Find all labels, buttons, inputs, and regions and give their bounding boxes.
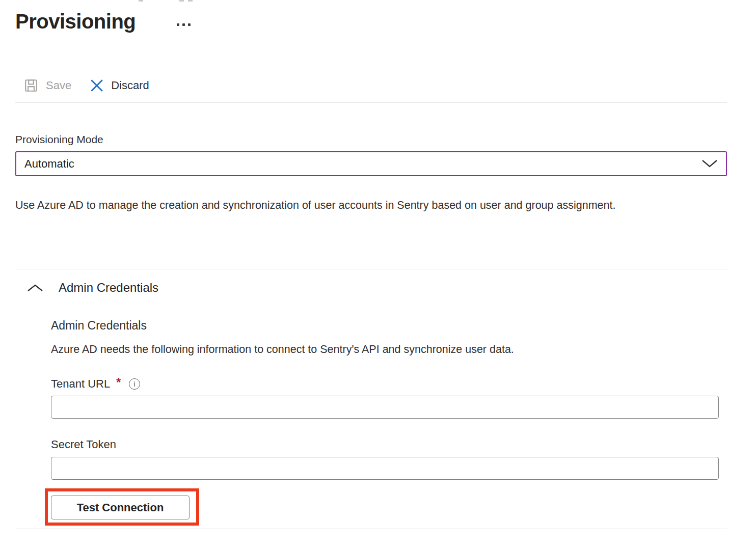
admin-credentials-description: Azure AD needs the following information… — [51, 343, 514, 356]
section-label: Admin Credentials — [59, 281, 158, 295]
discard-label: Discard — [111, 79, 149, 92]
clipped-text-artifact — [188, 0, 193, 2]
page-title: Provisioning — [15, 10, 136, 33]
secret-token-input[interactable] — [51, 457, 719, 480]
clipped-text-artifact — [139, 0, 143, 2]
command-bar: Save Discard — [23, 74, 149, 97]
chevron-down-icon — [701, 159, 718, 168]
clipped-text-artifact — [179, 0, 184, 2]
info-icon[interactable]: i — [129, 378, 140, 390]
toolbar-divider — [15, 102, 727, 103]
save-icon — [23, 78, 39, 93]
more-options-icon[interactable] — [177, 23, 191, 26]
section-divider — [15, 269, 727, 269]
provisioning-mode-selected-value: Automatic — [24, 157, 74, 171]
tenant-url-label: Tenant URL — [51, 377, 110, 391]
required-marker: * — [116, 376, 121, 390]
tenant-url-input[interactable] — [51, 396, 719, 419]
provisioning-description: Use Azure AD to manage the creation and … — [15, 195, 685, 216]
admin-credentials-section-toggle[interactable]: Admin Credentials — [27, 281, 158, 295]
secret-token-label: Secret Token — [51, 438, 116, 451]
discard-x-icon — [90, 78, 104, 93]
save-label: Save — [46, 79, 71, 92]
provisioning-mode-dropdown[interactable]: Automatic — [15, 151, 727, 176]
test-connection-button[interactable]: Test Connection — [51, 496, 190, 519]
provisioning-mode-label: Provisioning Mode — [15, 133, 103, 146]
chevron-up-icon — [27, 283, 43, 292]
save-button[interactable]: Save — [23, 78, 71, 93]
discard-button[interactable]: Discard — [90, 78, 149, 93]
admin-credentials-heading: Admin Credentials — [51, 319, 147, 333]
bottom-divider — [15, 529, 727, 529]
provisioning-page: Provisioning Save Discard — [0, 0, 756, 549]
tenant-url-label-row: Tenant URL * i — [51, 377, 140, 391]
